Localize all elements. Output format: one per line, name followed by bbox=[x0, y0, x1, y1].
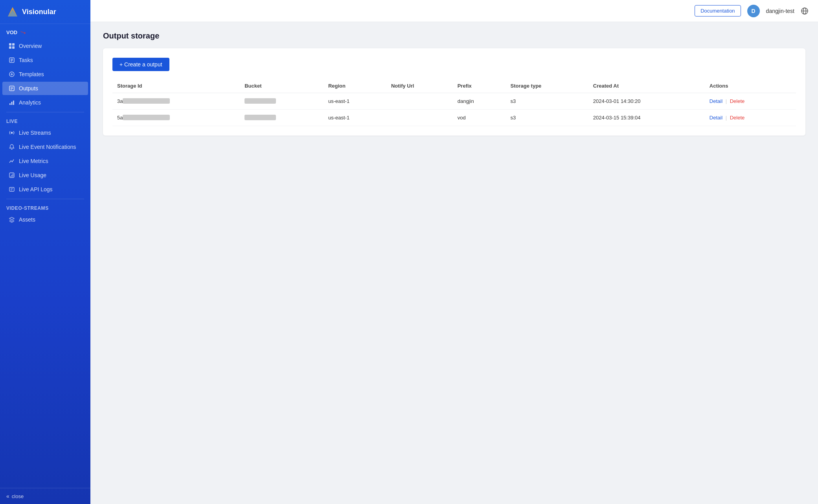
logs-icon bbox=[9, 186, 15, 192]
table-header-row: Storage Id Bucket Region Notify Url Pref… bbox=[112, 79, 796, 93]
col-storage-type: Storage type bbox=[506, 79, 588, 93]
topbar: Documentation D dangjin-test bbox=[90, 0, 818, 22]
col-prefix: Prefix bbox=[453, 79, 506, 93]
sidebar-divider-1 bbox=[6, 112, 84, 112]
svg-point-18 bbox=[11, 132, 13, 134]
sidebar-item-live-streams-label: Live Streams bbox=[19, 130, 51, 136]
metrics-icon bbox=[9, 158, 15, 164]
sidebar-item-live-event-notifications[interactable]: Live Event Notifications bbox=[2, 140, 88, 154]
output-storage-table: Storage Id Bucket Region Notify Url Pref… bbox=[112, 79, 796, 126]
video-streams-section-header: Video-Streams bbox=[0, 202, 90, 213]
layers-icon bbox=[9, 216, 15, 223]
sidebar-item-outputs[interactable]: Outputs ← bbox=[2, 82, 88, 95]
vod-label: VOD bbox=[6, 29, 17, 35]
sidebar-item-live-usage-label: Live Usage bbox=[19, 172, 46, 178]
svg-rect-16 bbox=[11, 102, 13, 105]
documentation-button[interactable]: Documentation bbox=[695, 5, 741, 16]
action-divider-1: | bbox=[726, 98, 727, 104]
col-region: Region bbox=[324, 79, 386, 93]
svg-rect-4 bbox=[9, 46, 11, 49]
visionular-logo-icon bbox=[6, 5, 19, 18]
sidebar-item-live-metrics[interactable]: Live Metrics bbox=[2, 154, 88, 168]
globe-icon bbox=[801, 7, 809, 15]
close-chevron-icon: « bbox=[6, 493, 9, 499]
cell-actions-1: Detail | Delete bbox=[705, 93, 796, 110]
sidebar-logo: Visionular bbox=[0, 0, 90, 24]
detail-link-1[interactable]: Detail bbox=[710, 98, 722, 104]
detail-link-2[interactable]: Detail bbox=[710, 115, 722, 121]
output-icon bbox=[9, 85, 15, 92]
sidebar-item-live-streams[interactable]: Live Streams bbox=[2, 126, 88, 139]
svg-marker-1 bbox=[8, 9, 17, 16]
col-bucket: Bucket bbox=[240, 79, 324, 93]
sidebar-item-assets-label: Assets bbox=[19, 216, 35, 223]
cell-prefix-2: vod bbox=[453, 110, 506, 126]
col-actions: Actions bbox=[705, 79, 796, 93]
content-area: Output storage + Create a output Storage… bbox=[90, 22, 818, 504]
sidebar-item-templates[interactable]: Templates bbox=[2, 68, 88, 81]
cell-storage-id-2: 5a​ bbox=[112, 110, 240, 126]
page-title: Output storage bbox=[103, 31, 805, 40]
cell-notify-url-1 bbox=[386, 93, 453, 110]
svg-rect-3 bbox=[12, 43, 15, 46]
table-row: 3a​ ​ us-east-1 dangjin s3 2024-03-01 14… bbox=[112, 93, 796, 110]
delete-link-2[interactable]: Delete bbox=[730, 115, 745, 121]
col-storage-id: Storage Id bbox=[112, 79, 240, 93]
masked-bucket-1: ​ bbox=[244, 98, 276, 104]
cell-bucket-2: ​ bbox=[240, 110, 324, 126]
col-created-at: Created At bbox=[588, 79, 705, 93]
cell-created-at-2: 2024-03-15 15:39:04 bbox=[588, 110, 705, 126]
sidebar-item-live-event-notifications-label: Live Event Notifications bbox=[19, 144, 76, 150]
sidebar-item-templates-label: Templates bbox=[19, 71, 44, 77]
cell-storage-id-1: 3a​ bbox=[112, 93, 240, 110]
svg-rect-17 bbox=[13, 101, 14, 105]
sidebar-item-live-metrics-label: Live Metrics bbox=[19, 158, 48, 164]
cell-prefix-1: dangjin bbox=[453, 93, 506, 110]
sidebar-item-outputs-label: Outputs bbox=[19, 85, 38, 92]
create-output-button[interactable]: + Create a output bbox=[112, 58, 169, 71]
sidebar-item-overview[interactable]: Overview bbox=[2, 39, 88, 53]
sidebar-item-live-usage[interactable]: Live Usage bbox=[2, 169, 88, 182]
svg-rect-5 bbox=[12, 46, 15, 49]
chart-icon bbox=[9, 99, 15, 106]
action-divider-2: | bbox=[726, 115, 727, 121]
sidebar-item-live-api-logs-label: Live API Logs bbox=[19, 186, 53, 192]
avatar: D bbox=[747, 5, 760, 17]
svg-rect-15 bbox=[9, 103, 11, 105]
cell-storage-type-2: s3 bbox=[506, 110, 588, 126]
cell-region-1: us-east-1 bbox=[324, 93, 386, 110]
vod-section-header: VOD ← bbox=[0, 24, 90, 39]
main-area: Documentation D dangjin-test Output stor… bbox=[90, 0, 818, 504]
masked-bucket-2: ​ bbox=[244, 115, 276, 120]
sidebar-item-live-api-logs[interactable]: Live API Logs bbox=[2, 183, 88, 196]
sidebar: Visionular VOD ← Overview Tasks Template… bbox=[0, 0, 90, 504]
sidebar-divider-2 bbox=[6, 199, 84, 199]
task-icon bbox=[9, 57, 15, 63]
cell-notify-url-2 bbox=[386, 110, 453, 126]
table-row: 5a​ ​ us-east-1 vod s3 2024-03-15 15:39:… bbox=[112, 110, 796, 126]
svg-marker-26 bbox=[9, 217, 14, 220]
logo-text: Visionular bbox=[22, 8, 56, 16]
cell-region-2: us-east-1 bbox=[324, 110, 386, 126]
sidebar-item-analytics[interactable]: Analytics bbox=[2, 96, 88, 109]
close-label: close bbox=[12, 493, 24, 499]
sidebar-item-tasks-label: Tasks bbox=[19, 57, 33, 63]
cell-bucket-1: ​ bbox=[240, 93, 324, 110]
grid-icon bbox=[9, 43, 15, 49]
sidebar-close[interactable]: « close bbox=[0, 488, 90, 504]
masked-id-2: ​ bbox=[123, 115, 170, 120]
stream-icon bbox=[9, 130, 15, 136]
live-section-header: Live bbox=[0, 115, 90, 126]
template-icon bbox=[9, 71, 15, 77]
sidebar-item-analytics-label: Analytics bbox=[19, 99, 41, 106]
output-storage-card: + Create a output Storage Id Bucket Regi… bbox=[103, 48, 805, 136]
svg-rect-2 bbox=[9, 43, 11, 46]
delete-link-1[interactable]: Delete bbox=[730, 98, 745, 104]
sidebar-item-tasks[interactable]: Tasks bbox=[2, 53, 88, 67]
vod-arrow-annotation: ← bbox=[17, 26, 29, 38]
sidebar-item-overview-label: Overview bbox=[19, 43, 42, 49]
user-name: dangjin-test bbox=[766, 8, 794, 14]
masked-id-1: ​ bbox=[123, 98, 170, 104]
cell-actions-2: Detail | Delete bbox=[705, 110, 796, 126]
sidebar-item-assets[interactable]: Assets bbox=[2, 213, 88, 226]
